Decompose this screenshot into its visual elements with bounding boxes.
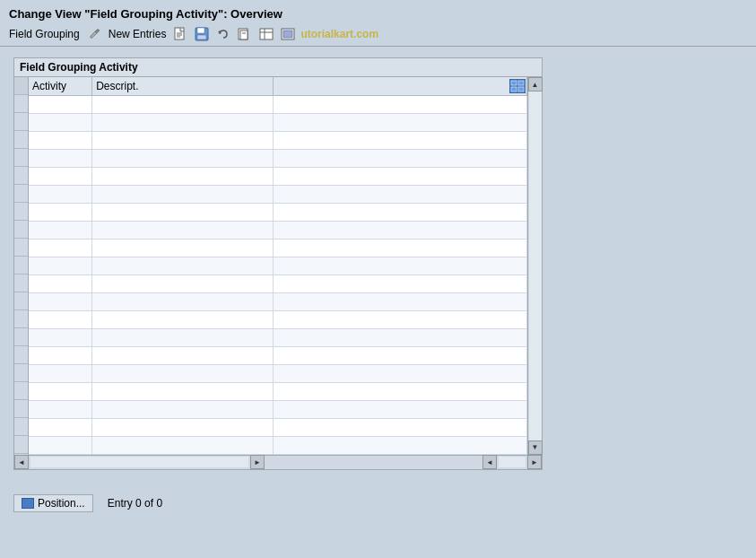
cell-activity[interactable] bbox=[29, 364, 92, 382]
cell-descript[interactable] bbox=[92, 203, 274, 221]
table-row[interactable] bbox=[29, 131, 527, 149]
cell-descript[interactable] bbox=[92, 418, 274, 436]
field-grouping-menu[interactable]: Field Grouping bbox=[7, 27, 82, 41]
table-row[interactable] bbox=[29, 400, 527, 418]
wrench-icon[interactable] bbox=[85, 26, 103, 42]
cell-descript[interactable] bbox=[92, 328, 274, 346]
row-selector-13[interactable] bbox=[14, 310, 28, 328]
row-selector-3[interactable] bbox=[14, 131, 28, 149]
svg-rect-11 bbox=[260, 29, 273, 39]
row-selector-20[interactable] bbox=[14, 436, 28, 454]
cell-descript[interactable] bbox=[92, 346, 274, 364]
scroll-left-button[interactable]: ◄ bbox=[14, 455, 29, 469]
cell-activity[interactable] bbox=[29, 185, 92, 203]
scroll-right-button[interactable]: ► bbox=[527, 455, 542, 469]
cell-activity[interactable] bbox=[29, 292, 92, 310]
row-selector-11[interactable] bbox=[14, 275, 28, 292]
table-row[interactable] bbox=[29, 328, 527, 346]
cell-descript[interactable] bbox=[92, 382, 274, 400]
position-button[interactable]: Position... bbox=[13, 494, 93, 512]
table-row[interactable] bbox=[29, 310, 527, 328]
table-row[interactable] bbox=[29, 364, 527, 382]
cell-descript[interactable] bbox=[92, 95, 274, 113]
cell-descript[interactable] bbox=[92, 436, 274, 454]
table-select-icon[interactable] bbox=[257, 26, 275, 42]
cell-activity[interactable] bbox=[29, 400, 92, 418]
cell-descript[interactable] bbox=[92, 131, 274, 149]
cell-descript[interactable] bbox=[92, 167, 274, 185]
table-row[interactable] bbox=[29, 221, 527, 239]
cell-activity[interactable] bbox=[29, 418, 92, 436]
cell-activity[interactable] bbox=[29, 167, 92, 185]
cell-activity[interactable] bbox=[29, 221, 92, 239]
cell-descript[interactable] bbox=[92, 257, 274, 275]
new-entries-menu[interactable]: New Entries bbox=[107, 27, 169, 41]
row-selector-9[interactable] bbox=[14, 239, 28, 257]
table-row[interactable] bbox=[29, 275, 527, 292]
table-row[interactable] bbox=[29, 95, 527, 113]
cell-activity[interactable] bbox=[29, 346, 92, 364]
cell-descript[interactable] bbox=[92, 185, 274, 203]
cell-activity[interactable] bbox=[29, 328, 92, 346]
cell-descript[interactable] bbox=[92, 149, 274, 167]
cell-activity[interactable] bbox=[29, 113, 92, 131]
cell-descript[interactable] bbox=[92, 400, 274, 418]
row-selector-12[interactable] bbox=[14, 292, 28, 310]
row-selector-2[interactable] bbox=[14, 113, 28, 131]
new-page-icon[interactable] bbox=[171, 26, 189, 42]
table-row[interactable] bbox=[29, 113, 527, 131]
row-selector-4[interactable] bbox=[14, 149, 28, 167]
cell-activity[interactable] bbox=[29, 436, 92, 454]
cell-activity[interactable] bbox=[29, 257, 92, 275]
horizontal-scrollbar[interactable]: ◄ ► ◄ ► bbox=[14, 455, 542, 469]
table-settings-icon[interactable] bbox=[509, 79, 526, 96]
cell-descript[interactable] bbox=[92, 275, 274, 292]
row-selector-18[interactable] bbox=[14, 400, 28, 418]
row-selector-8[interactable] bbox=[14, 221, 28, 239]
cell-activity[interactable] bbox=[29, 95, 92, 113]
vertical-scrollbar[interactable]: ▲ ▼ bbox=[527, 77, 542, 455]
cell-descript[interactable] bbox=[92, 364, 274, 382]
row-selector-19[interactable] bbox=[14, 418, 28, 436]
cell-activity[interactable] bbox=[29, 131, 92, 149]
cell-descript[interactable] bbox=[92, 221, 274, 239]
save-disk-icon[interactable] bbox=[193, 26, 211, 42]
cell-activity[interactable] bbox=[29, 149, 92, 167]
table-row[interactable] bbox=[29, 203, 527, 221]
cell-activity[interactable] bbox=[29, 239, 92, 257]
scroll-up-button[interactable]: ▲ bbox=[528, 77, 543, 92]
row-selector-16[interactable] bbox=[14, 364, 28, 382]
undo-icon[interactable] bbox=[214, 26, 232, 42]
scroll-down-button[interactable]: ▼ bbox=[528, 440, 543, 455]
scroll-right-button-left[interactable]: ► bbox=[250, 455, 265, 469]
cell-descript[interactable] bbox=[92, 113, 274, 131]
table-row[interactable] bbox=[29, 239, 527, 257]
row-selector-10[interactable] bbox=[14, 257, 28, 275]
cell-descript[interactable] bbox=[92, 239, 274, 257]
table-row[interactable] bbox=[29, 149, 527, 167]
table-row[interactable] bbox=[29, 436, 527, 454]
table-row[interactable] bbox=[29, 185, 527, 203]
cell-activity[interactable] bbox=[29, 203, 92, 221]
cell-descript[interactable] bbox=[92, 310, 274, 328]
docs-icon[interactable] bbox=[236, 26, 254, 42]
cell-activity[interactable] bbox=[29, 275, 92, 292]
row-selector-15[interactable] bbox=[14, 346, 28, 364]
table-row[interactable] bbox=[29, 167, 527, 185]
row-selector-6[interactable] bbox=[14, 185, 28, 203]
table-row[interactable] bbox=[29, 346, 527, 364]
select-all-icon[interactable] bbox=[279, 26, 297, 42]
row-selector-1[interactable] bbox=[14, 95, 28, 113]
cell-activity[interactable] bbox=[29, 310, 92, 328]
row-selector-7[interactable] bbox=[14, 203, 28, 221]
row-selector-5[interactable] bbox=[14, 167, 28, 185]
cell-activity[interactable] bbox=[29, 382, 92, 400]
table-row[interactable] bbox=[29, 292, 527, 310]
scroll-left-button-right[interactable]: ◄ bbox=[482, 455, 497, 469]
cell-descript[interactable] bbox=[92, 292, 274, 310]
table-row[interactable] bbox=[29, 257, 527, 275]
table-row[interactable] bbox=[29, 418, 527, 436]
row-selector-14[interactable] bbox=[14, 328, 28, 346]
row-selector-17[interactable] bbox=[14, 382, 28, 400]
table-row[interactable] bbox=[29, 382, 527, 400]
